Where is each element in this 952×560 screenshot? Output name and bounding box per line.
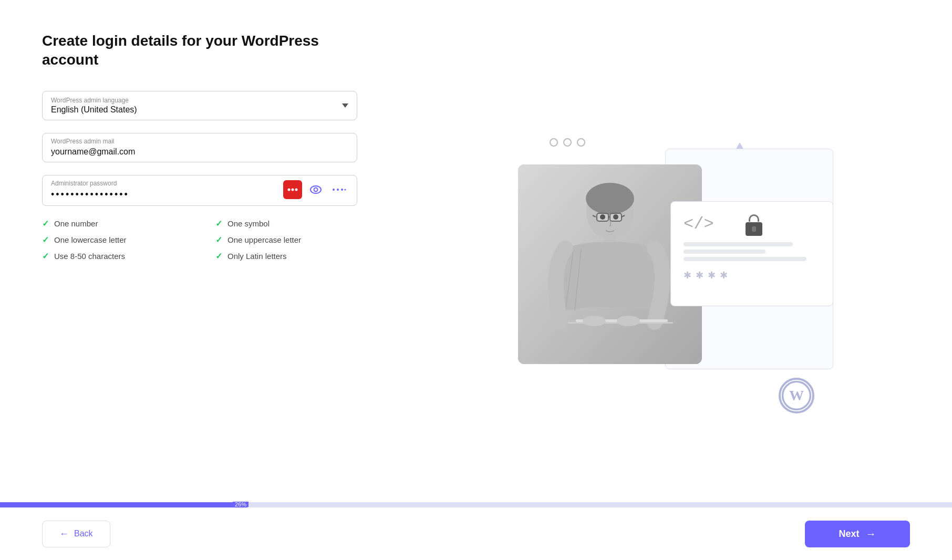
req-length: ✓ Use 8-50 characters <box>42 251 184 261</box>
chevron-down-icon <box>342 103 348 108</box>
req-label-2: One symbol <box>227 219 270 228</box>
footer: ← Back Next → <box>0 507 952 560</box>
code-icon-row: </> <box>684 214 820 236</box>
password-value[interactable]: •••••••••••••••• <box>51 189 283 200</box>
password-content: Administrator password •••••••••••••••• <box>51 180 283 200</box>
password-icons <box>283 180 348 199</box>
email-value[interactable]: yourname@gmail.com <box>51 147 348 157</box>
svg-point-22 <box>600 214 605 220</box>
req-label-6: Only Latin letters <box>227 252 287 261</box>
star-1: ✱ <box>684 269 691 281</box>
step-dot-1 <box>550 138 558 147</box>
language-value: English (United States) <box>51 105 137 115</box>
code-line-1 <box>684 242 793 246</box>
svg-point-8 <box>345 189 346 191</box>
language-field-group: WordPress admin language English (United… <box>42 91 357 120</box>
code-line-2 <box>684 250 765 254</box>
back-label: Back <box>74 529 93 538</box>
req-one-symbol: ✓ One symbol <box>215 219 357 229</box>
dots-icon <box>287 186 298 193</box>
steps-dots <box>550 138 585 147</box>
wp-logo-circle: W <box>779 378 814 413</box>
language-label: WordPress admin language <box>51 97 137 104</box>
req-one-number: ✓ One number <box>42 219 184 229</box>
star-4: ✱ <box>720 269 728 281</box>
lock-icon <box>746 214 762 236</box>
req-lowercase: ✓ One lowercase letter <box>42 235 184 245</box>
select-content: WordPress admin language English (United… <box>51 97 137 115</box>
page-title: Create login details for your WordPress … <box>42 32 357 70</box>
email-label: WordPress admin mail <box>51 138 348 145</box>
req-label-1: One number <box>54 219 98 228</box>
password-wrapper: Administrator password •••••••••••••••• <box>42 175 357 206</box>
eye-icon <box>309 185 322 194</box>
svg-point-16 <box>617 316 640 326</box>
svg-point-1 <box>292 189 294 191</box>
svg-point-11 <box>586 183 634 214</box>
svg-point-5 <box>333 189 335 191</box>
email-wrapper: WordPress admin mail yourname@gmail.com <box>42 133 357 162</box>
code-brackets-icon: </> <box>684 214 714 234</box>
stars-row: ✱ ✱ ✱ ✱ <box>684 269 820 281</box>
back-button[interactable]: ← Back <box>42 521 110 547</box>
svg-point-15 <box>583 316 606 326</box>
language-select[interactable]: WordPress admin language English (United… <box>42 91 357 120</box>
email-field-group: WordPress admin mail yourname@gmail.com <box>42 133 357 162</box>
lock-body <box>746 222 762 236</box>
check-icon-6: ✓ <box>215 251 222 261</box>
password-eye-button[interactable] <box>306 180 325 199</box>
req-label-4: One uppercase letter <box>227 235 301 244</box>
step-dot-2 <box>563 138 572 147</box>
req-uppercase: ✓ One uppercase letter <box>215 235 357 245</box>
password-dots-button[interactable] <box>329 180 348 199</box>
req-label-3: One lowercase letter <box>54 235 127 244</box>
wp-logo-svg: W <box>781 378 812 413</box>
next-button[interactable]: Next → <box>805 521 910 547</box>
check-icon-4: ✓ <box>215 235 222 245</box>
step-dot-3 <box>577 138 585 147</box>
illustration-area: </> ✱ ✱ ✱ ✱ <box>518 138 833 432</box>
triple-dots-icon <box>332 186 346 193</box>
code-line-3 <box>684 257 806 261</box>
svg-point-6 <box>337 189 339 191</box>
req-label-5: Use 8-50 characters <box>54 252 125 261</box>
code-lines <box>684 242 820 261</box>
lock-shackle <box>749 214 759 222</box>
svg-point-2 <box>295 189 298 191</box>
password-field-group: Administrator password •••••••••••••••• <box>42 175 357 206</box>
requirements-grid: ✓ One number ✓ One symbol ✓ One lowercas… <box>42 219 357 261</box>
check-icon-5: ✓ <box>42 251 49 261</box>
main-container: Create login details for your WordPress … <box>0 0 952 560</box>
progress-label: 26% <box>233 502 249 507</box>
req-latin: ✓ Only Latin letters <box>215 251 357 261</box>
check-icon-1: ✓ <box>42 219 49 229</box>
right-panel: </> ✱ ✱ ✱ ✱ <box>399 0 952 560</box>
star-2: ✱ <box>696 269 703 281</box>
wp-logo-card: W <box>775 375 818 417</box>
back-arrow-icon: ← <box>59 528 69 540</box>
next-label: Next <box>839 528 859 540</box>
svg-point-7 <box>341 189 343 191</box>
left-panel: Create login details for your WordPress … <box>0 0 399 261</box>
svg-point-3 <box>311 186 321 193</box>
password-red-icon-button[interactable] <box>283 180 302 199</box>
check-icon-3: ✓ <box>42 235 49 245</box>
code-card: </> ✱ ✱ ✱ ✱ <box>670 201 833 306</box>
svg-point-4 <box>314 188 318 192</box>
progress-bar-container: 26% <box>0 502 952 507</box>
svg-point-23 <box>613 214 618 220</box>
progress-bar-fill: 26% <box>0 502 247 507</box>
svg-text:W: W <box>789 387 804 403</box>
password-label: Administrator password <box>51 180 283 187</box>
svg-point-0 <box>288 189 291 191</box>
check-icon-2: ✓ <box>215 219 222 229</box>
next-arrow-icon: → <box>866 528 876 540</box>
star-3: ✱ <box>708 269 716 281</box>
